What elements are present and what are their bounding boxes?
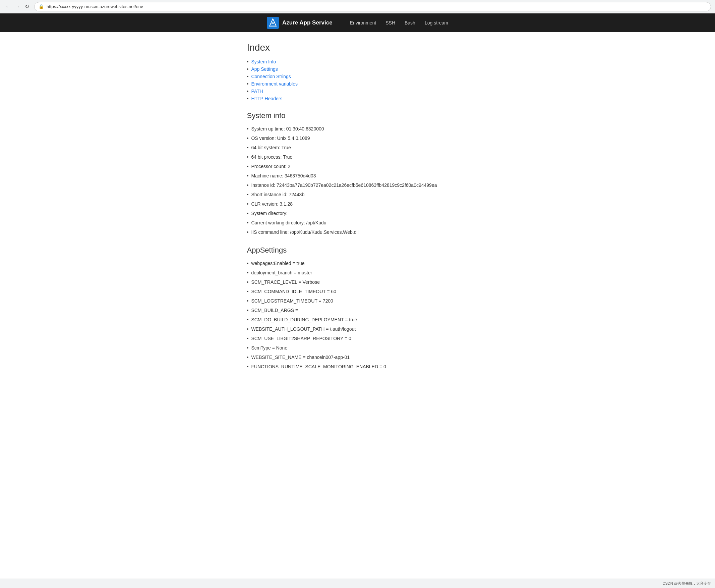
index-list: System Info App Settings Connection Stri… — [247, 59, 502, 101]
list-item: FUNCTIONS_RUNTIME_SCALE_MONITORING_ENABL… — [247, 363, 502, 370]
list-item: Environment variables — [247, 81, 502, 86]
list-item: System directory: — [247, 210, 502, 217]
list-item: CLR version: 3.1.28 — [247, 201, 502, 208]
nav-ssh[interactable]: SSH — [386, 20, 395, 25]
system-info-title: System info — [247, 111, 502, 120]
svg-rect-2 — [270, 25, 276, 25]
list-item: webpages:Enabled = true — [247, 260, 502, 267]
list-item: SCM_BUILD_ARGS = — [247, 307, 502, 314]
list-item: IIS command line: /opt/Kudu/Kudu.Service… — [247, 229, 502, 236]
list-item: OS version: Unix 5.4.0.1089 — [247, 135, 502, 142]
address-bar[interactable]: 🔒 https://xxxxx-yyyyy-nn.scm.azurewebsit… — [34, 2, 711, 12]
page-title: Index — [247, 42, 502, 53]
list-item: SCM_COMMAND_IDLE_TIMEOUT = 60 — [247, 288, 502, 295]
browser-chrome: ← → ↻ 🔒 https://xxxxx-yyyyy-nn.scm.azure… — [0, 0, 715, 14]
nav-environment[interactable]: Environment — [350, 20, 376, 25]
list-item: SCM_LOGSTREAM_TIMEOUT = 7200 — [247, 297, 502, 304]
top-navbar: Azure App Service Environment SSH Bash L… — [0, 14, 715, 32]
forward-button[interactable]: → — [14, 3, 21, 11]
app-settings-title: AppSettings — [247, 246, 502, 255]
url-text: https://xxxxx-yyyyy-nn.scm.azurewebsites… — [47, 4, 143, 9]
nav-bash[interactable]: Bash — [405, 20, 415, 25]
nav-links: Environment SSH Bash Log stream — [350, 20, 448, 25]
lock-icon: 🔒 — [39, 4, 44, 9]
azure-logo-icon — [267, 17, 279, 29]
brand-name: Azure App Service — [282, 19, 332, 26]
list-item: WEBSITE_AUTH_LOGOUT_PATH = /.auth/logout — [247, 326, 502, 333]
list-item: Connection Strings — [247, 74, 502, 79]
list-item: Instance id: 72443ba77a190b727ea02c21a26… — [247, 182, 502, 189]
list-item: WEBSITE_SITE_NAME = chancein007-app-01 — [247, 354, 502, 361]
browser-nav: ← → ↻ — [4, 3, 31, 11]
link-app-settings[interactable]: App Settings — [251, 66, 278, 72]
system-info-list: System up time: 01:30:40.6320000 OS vers… — [247, 125, 502, 236]
back-button[interactable]: ← — [4, 3, 12, 11]
brand-area: Azure App Service — [267, 17, 332, 29]
link-system-info[interactable]: System Info — [251, 59, 276, 64]
list-item: SCM_USE_LIBGIT2SHARP_REPOSITORY = 0 — [247, 335, 502, 342]
list-item: SCM_TRACE_LEVEL = Verbose — [247, 279, 502, 286]
reload-button[interactable]: ↻ — [23, 3, 31, 11]
app-settings-list: webpages:Enabled = true deployment_branc… — [247, 260, 502, 370]
list-item: HTTP Headers — [247, 96, 502, 101]
list-item: Short instance id: 72443b — [247, 191, 502, 198]
link-connection-strings[interactable]: Connection Strings — [251, 74, 290, 79]
list-item: Current working directory: /opt/Kudu — [247, 219, 502, 226]
list-item: App Settings — [247, 66, 502, 72]
link-http-headers[interactable]: HTTP Headers — [251, 96, 282, 101]
list-item: SCM_DO_BUILD_DURING_DEPLOYMENT = true — [247, 316, 502, 323]
list-item: ScmType = None — [247, 344, 502, 352]
nav-logstream[interactable]: Log stream — [425, 20, 448, 25]
link-env-vars[interactable]: Environment variables — [251, 81, 298, 86]
link-path[interactable]: PATH — [251, 88, 263, 94]
list-item: PATH — [247, 88, 502, 94]
list-item: 64 bit process: True — [247, 154, 502, 161]
list-item: 64 bit system: True — [247, 144, 502, 151]
list-item: deployment_branch = master — [247, 269, 502, 276]
list-item: Processor count: 2 — [247, 163, 502, 170]
list-item: System up time: 01:30:40.6320000 — [247, 125, 502, 132]
list-item: System Info — [247, 59, 502, 64]
list-item: Machine name: 3463750d4d03 — [247, 172, 502, 180]
main-content: Index System Info App Settings Connectio… — [207, 32, 508, 394]
